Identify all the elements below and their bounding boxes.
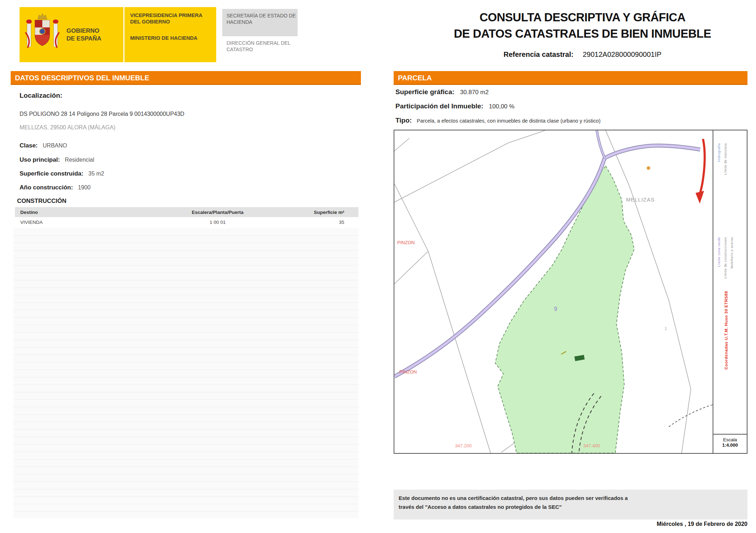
uso-principal-label: Uso principal: (20, 156, 60, 163)
legend-coordenadas-utm: Coordenadas U.T.M. Huso 30 ETRS89 (724, 291, 728, 370)
superficie-grafica-label: Superficie gráfica: (395, 88, 454, 96)
disclaimer-line2: través del "Acceso a datos catastrales n… (399, 503, 742, 512)
field-ano-construccion: Año construcción:1900 (20, 184, 91, 191)
escala-value: 1:4.000 (713, 442, 747, 448)
escala-label: Escala (713, 437, 747, 442)
tipo-label: Tipo: (395, 117, 412, 124)
legend-mobiliario-aceras: Mobiliario y aceras (730, 237, 734, 269)
gobierno-de-espana-label: GOBIERNO DE ESPAÑA (66, 27, 106, 42)
participacion-label: Participación del Inmueble: (395, 102, 483, 110)
subject-parcel-polygon (495, 166, 634, 453)
utm-coordinate-left: 347.200 (455, 443, 472, 448)
legend-hidrografia: Hidrografía (717, 143, 721, 162)
field-uso-principal: Uso principal:Residencial (20, 156, 94, 163)
referencia-catastral: Referencia catastral:29012A028000090001I… (409, 50, 756, 59)
ministerio-label: MINISTERIO DE HACIENDA (130, 35, 205, 41)
uso-principal-value: Residencial (65, 157, 94, 163)
tipo-value: Parcela, a efectos catastrales, con inmu… (417, 118, 601, 124)
vicepresidencia-label: VICEPRESIDENCIA PRIMERA DEL GOBIERNO (130, 12, 205, 25)
parcel-map: MELLIZAS 9 1 PINZON PINZON 347.200 347.4… (394, 130, 713, 453)
disclaimer-line1: Este documento no es una certificación c… (399, 494, 742, 503)
utm-coordinate-right: 347.400 (583, 443, 600, 448)
parcel-map-frame: MELLIZAS 9 1 PINZON PINZON 347.200 347.4… (394, 130, 747, 454)
gobierno-logo-box: GOBIERNO DE ESPAÑA (20, 7, 123, 62)
row-escalera-planta-puerta: 1 00 01 (152, 220, 283, 225)
legend-limite-manzana: Límite de manzana (723, 143, 727, 175)
legend-limite-construcciones: Límite de construcciones (723, 237, 727, 279)
construccion-title: CONSTRUCCIÓN (17, 198, 66, 205)
col-destino: Destino (15, 210, 152, 215)
clase-label: Clase: (20, 142, 38, 149)
superficie-grafica-value: 30.870 m2 (460, 89, 489, 96)
ministerio-logo-box: VICEPRESIDENCIA PRIMERA DEL GOBIERNO MIN… (124, 7, 216, 62)
secretaria-estado-label: SECRETARÍA DE ESTADO DE HACIENDA (222, 9, 298, 36)
field-clase: Clase:URBANO (20, 142, 67, 149)
ano-construccion-value: 1900 (78, 184, 91, 190)
row-superficie: 35 (283, 220, 358, 225)
field-tipo: Tipo:Parcela, a efectos catastrales, con… (395, 117, 601, 124)
field-superficie-construida: Superficie construida:35 m2 (20, 170, 104, 177)
field-participacion: Participación del Inmueble:100,00 % (395, 102, 515, 110)
certification-disclaimer: Este documento no es una certificación c… (394, 490, 747, 519)
document-date: Miércoles , 19 de Febrero de 2020 (394, 521, 747, 527)
neighbor-parcel-number: 1 (665, 326, 667, 331)
town-label: MELLIZAS (626, 196, 655, 203)
ano-construccion-label: Año construcción: (20, 184, 73, 191)
field-superficie-grafica: Superficie gráfica:30.870 m2 (395, 88, 489, 96)
escudo-de-espana-icon (25, 12, 60, 58)
empty-table-stripes (14, 228, 358, 518)
scale-box: Escala 1:4.000 (713, 434, 747, 453)
localizacion-line2: MELLIZAS. 29500 ALORA (MÁLAGA) (20, 124, 115, 131)
red-place-label-lower: PINZON (399, 369, 417, 375)
col-escalera-planta-puerta: Escalera/Planta/Puerta (152, 210, 283, 215)
parcel-number-label: 9 (554, 306, 557, 312)
document-title: CONSULTA DESCRIPTIVA Y GRÁFICA DE DATOS … (409, 9, 756, 42)
legend-limite-zona-verde: Límite zona verde (717, 237, 721, 267)
red-place-label-upper: PINZON (397, 240, 415, 245)
construccion-table-header: Destino Escalera/Planta/Puerta Superfici… (15, 207, 358, 217)
title-line-2: DE DATOS CATASTRALES DE BIEN INMUEBLE (409, 26, 756, 42)
referencia-value: 29012A028000090001IP (583, 50, 661, 58)
participacion-value: 100,00 % (489, 103, 515, 110)
superficie-construida-value: 35 m2 (88, 171, 104, 177)
cadastral-map-drawing: MELLIZAS 9 1 PINZON PINZON 347.200 347.4… (394, 130, 713, 453)
referencia-label: Referencia catastral: (504, 50, 574, 58)
superficie-construida-label: Superficie construida: (20, 170, 83, 177)
localizacion-label: Localización: (20, 92, 62, 99)
title-line-1: CONSULTA DESCRIPTIVA Y GRÁFICA (409, 9, 756, 26)
row-destino: VIVIENDA (15, 220, 152, 225)
col-superficie: Superficie m² (283, 210, 358, 215)
table-row: VIVIENDA 1 00 01 35 (15, 217, 358, 227)
section-header-parcela: PARCELA (394, 71, 747, 85)
orange-node-dot (647, 166, 650, 170)
clase-value: URBANO (43, 142, 67, 149)
localizacion-line1: DS POLIGONO 28 14 Polígono 28 Parcela 9 … (20, 111, 184, 117)
section-header-datos-descriptivos: DATOS DESCRIPTIVOS DEL INMUEBLE (11, 71, 361, 85)
direccion-general-catastro-label: DIRECCIÓN GENERAL DEL CATASTRO (227, 40, 298, 53)
map-legend-strip: Hidrografía Límite de manzana Límite zon… (713, 130, 747, 453)
